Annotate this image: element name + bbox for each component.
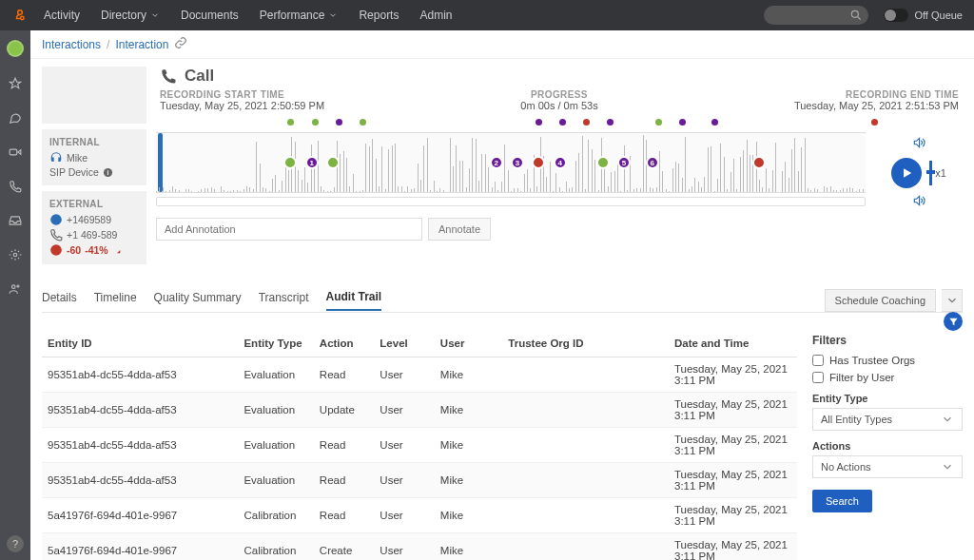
timeline-marker[interactable] [679,119,686,126]
table-row[interactable]: 95351ab4-dc55-4dda-af53EvaluationReadUse… [42,428,797,463]
global-search[interactable] [764,6,868,25]
inbox-icon[interactable] [8,213,23,228]
nav-item-activity[interactable]: Activity [44,9,80,22]
has-trustee-checkbox[interactable]: Has Trustee Orgs [812,355,963,366]
end-label: RECORDING END TIME [846,89,959,100]
nav-item-performance[interactable]: Performance [260,9,339,22]
nav-item-admin[interactable]: Admin [419,9,452,22]
waveform[interactable]: 123456 [156,132,866,193]
timeline-marker[interactable] [559,119,566,126]
table-row[interactable]: 5a41976f-694d-401e-9967CalibrationCreate… [42,533,797,561]
waveform-marker[interactable]: 5 [617,156,631,169]
speaker-top-icon[interactable] [912,136,925,152]
cell-user: Mike [435,428,502,463]
table-row[interactable]: 95351ab4-dc55-4dda-af53EvaluationUpdateU… [42,393,797,428]
phone-icon[interactable] [8,179,23,194]
column-header[interactable]: User [435,330,502,357]
nav-item-documents[interactable]: Documents [181,9,239,22]
cell-org [502,463,669,498]
waveform-marker[interactable] [752,156,766,169]
help-button[interactable]: ? [7,535,24,552]
cell-user: Mike [435,357,502,393]
cell-id: 95351ab4-dc55-4dda-af53 [42,357,238,393]
cell-org [502,533,669,561]
settings-icon[interactable] [8,247,23,262]
link-icon[interactable] [174,36,187,52]
table-row[interactable]: 95351ab4-dc55-4dda-af53EvaluationReadUse… [42,357,797,393]
entity-type-select[interactable]: All Entity Types [812,408,963,431]
waveform-marker[interactable] [326,156,340,169]
tab-timeline[interactable]: Timeline [94,291,137,310]
waveform-marker[interactable]: 3 [511,156,524,169]
tab-quality-summary[interactable]: Quality Summary [154,291,242,310]
end-value: Tuesday, May 25, 2021 2:51:53 PM [794,100,959,111]
chevron-down-icon [941,460,954,473]
timeline-marker[interactable] [287,119,294,126]
phone-badge-icon [49,213,63,226]
user-avatar[interactable] [7,40,24,57]
filter-by-user-checkbox[interactable]: Filter by User [812,372,963,383]
breadcrumb-root[interactable]: Interactions [42,38,101,51]
table-row[interactable]: 5a41976f-694d-401e-9967CalibrationReadUs… [42,498,797,533]
waveform-marker[interactable]: 1 [305,156,319,169]
search-icon [849,9,863,22]
column-header[interactable]: Action [314,330,375,357]
svg-point-2 [852,10,859,17]
page-title: Call [156,67,963,86]
column-header[interactable]: Date and Time [669,330,797,357]
cell-level: User [374,533,435,561]
timeline-marker[interactable] [336,119,342,126]
waveform-marker[interactable] [596,156,610,169]
nav-item-directory[interactable]: Directory [101,9,160,22]
external-card: EXTERNAL +1469589 +1 469-589 -60 -41% [42,191,146,264]
speed-control[interactable]: x1 [929,161,946,185]
timeline-marker[interactable] [360,119,366,126]
tab-details[interactable]: Details [42,291,77,310]
annotate-button[interactable]: Annotate [428,218,491,241]
search-button[interactable]: Search [812,490,872,512]
filter-toggle-button[interactable] [944,312,963,331]
timeline-marker[interactable] [607,119,614,126]
playhead[interactable] [158,133,163,192]
external-number-alt: +1 469-589 [67,229,117,241]
nav-item-reports[interactable]: Reports [359,9,399,22]
tab-transcript[interactable]: Transcript [259,291,309,310]
cell-type: Evaluation [238,357,313,393]
cell-dt: Tuesday, May 25, 2021 3:11 PM [669,357,797,393]
people-icon[interactable] [8,281,23,297]
cell-action: Update [314,393,375,428]
waveform-marker[interactable]: 4 [554,156,567,169]
actions-select[interactable]: No Actions [812,455,963,478]
timeline-marker[interactable] [536,119,542,126]
column-header[interactable]: Entity ID [42,330,238,357]
table-row[interactable]: 95351ab4-dc55-4dda-af53EvaluationReadUse… [42,463,797,498]
timeline-markers[interactable] [160,117,959,128]
play-button[interactable] [891,158,922,188]
info-icon[interactable]: i [103,167,113,178]
waveform-scrollbar[interactable] [156,197,866,206]
tab-audit-trail[interactable]: Audit Trail [326,290,382,311]
timeline-marker[interactable] [871,119,878,126]
chevron-down-icon [150,10,160,20]
column-header[interactable]: Trustee Org ID [502,330,669,357]
queue-toggle[interactable]: Off Queue [884,9,963,22]
favorites-icon[interactable] [8,76,23,91]
timeline-marker[interactable] [583,119,590,126]
waveform-marker[interactable]: 2 [490,156,503,169]
chat-icon[interactable] [8,110,23,126]
timeline-marker[interactable] [711,119,718,126]
schedule-coaching-dropdown[interactable] [942,289,963,312]
annotation-input[interactable] [156,218,422,241]
cell-level: User [374,428,435,463]
column-header[interactable]: Entity Type [238,330,313,357]
video-icon[interactable] [8,145,23,160]
actions-label: Actions [812,440,963,452]
schedule-coaching-button[interactable]: Schedule Coaching [825,289,936,312]
timeline-marker[interactable] [655,119,662,126]
speaker-bottom-icon[interactable] [912,194,925,210]
timeline-marker[interactable] [312,119,319,126]
column-header[interactable]: Level [374,330,435,357]
waveform-marker[interactable]: 6 [646,156,659,169]
headset-icon [49,151,63,164]
breadcrumb-page[interactable]: Interaction [115,38,168,51]
